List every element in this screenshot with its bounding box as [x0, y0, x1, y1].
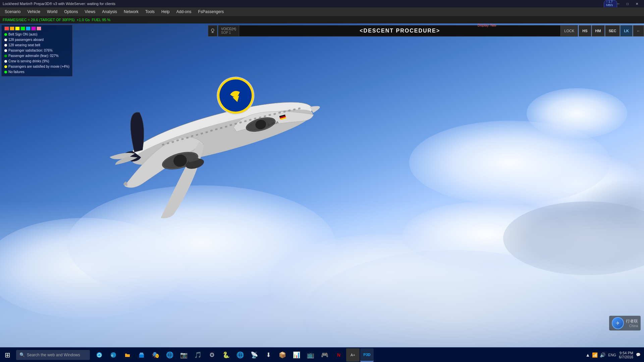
movie-row: Passengers are satisfied by movie (+4%): [4, 64, 69, 69]
taskbar-chart-icon[interactable]: 📊: [290, 348, 303, 362]
menu-analysis[interactable]: Analysis: [99, 9, 120, 15]
taskbar-store-icon[interactable]: [135, 348, 148, 362]
menu-world[interactable]: World: [44, 9, 61, 15]
atc-panel: VOICE(H) SOP 1 <DESCENT PROCEDURE> LOCK …: [208, 25, 644, 37]
language-indicator[interactable]: ENG: [608, 353, 616, 357]
svg-rect-52: [139, 355, 144, 358]
search-bar[interactable]: 🔍: [16, 350, 90, 360]
menu-addons[interactable]: Add-ons: [173, 9, 195, 15]
taskbar-media-icon[interactable]: 🎵: [191, 348, 205, 362]
taskbar-edge-icon[interactable]: [93, 348, 106, 362]
atc-voice-label: VOICE(H) SOP 1: [218, 25, 239, 36]
taskbar-pkg-icon[interactable]: 📦: [276, 348, 289, 362]
menu-vehicle[interactable]: Vehicle: [24, 9, 44, 15]
atc-mic-icon: [208, 25, 217, 37]
svg-point-46: [211, 29, 214, 32]
taskbar-download-icon[interactable]: ⬇: [262, 348, 275, 362]
taskbar-text-icon[interactable]: A+: [346, 348, 360, 362]
search-icon: 🔍: [19, 352, 25, 357]
taskbar-game-icon[interactable]: 🎮: [318, 348, 331, 362]
start-button[interactable]: ⊞: [0, 348, 15, 362]
menu-help[interactable]: Help: [158, 9, 173, 15]
taskbar-tv-icon[interactable]: 📺: [304, 348, 317, 362]
taskbar-ie-icon[interactable]: e: [107, 348, 120, 362]
atc-button-group: HS HM SEC LK ←: [579, 25, 644, 37]
taskbar-n-icon[interactable]: N: [332, 348, 345, 362]
taskbar-camera-icon[interactable]: 📷: [177, 348, 191, 362]
panel-toolbar: [4, 26, 69, 31]
svg-rect-48: [211, 33, 214, 33]
atc-btn-sec[interactable]: SEC: [605, 25, 620, 37]
menu-scenario[interactable]: Scenario: [1, 9, 24, 15]
taskbar-radio-icon[interactable]: 📡: [248, 348, 261, 362]
failures-row: No failures: [4, 69, 69, 75]
display-overlay: Display: Nav: [478, 23, 496, 27]
atc-btn-back[interactable]: ←: [633, 25, 644, 37]
atc-procedure-text: <DESCENT PROCEDURE>: [239, 28, 560, 34]
cloud-8: [527, 88, 627, 138]
satisfaction-row: Passenger satisfaction: 076%: [4, 48, 69, 53]
main-viewport: D-ABUA Belt Sign ON (auto) 128 passenger…: [0, 23, 644, 347]
taskbar-python-icon[interactable]: 🐍: [219, 348, 233, 362]
info-panel: Belt Sign ON (auto) 128 passengers aboar…: [1, 25, 72, 76]
window-title: Lockheed Martin® Prepar3D® v3 with WideS…: [3, 2, 115, 6]
title-bar: Lockheed Martin® Prepar3D® v3 with WideS…: [0, 0, 644, 7]
seatbelt-row: 128 wearing seat belt: [4, 43, 69, 48]
svg-text:e: e: [111, 354, 113, 357]
menu-options[interactable]: Options: [61, 9, 81, 15]
atc-main-display: VOICE(H) SOP 1 <DESCENT PROCEDURE> LOCK: [218, 25, 578, 37]
close-button[interactable]: ✕: [633, 1, 641, 6]
notification-icon[interactable]: 💬: [636, 353, 641, 357]
menu-bar: Scenario Vehicle World Options Views Ana…: [0, 7, 644, 16]
atc-btn-lk[interactable]: LK: [620, 25, 633, 37]
upload-speed: ↑ 1.7 MB/s: [606, 1, 615, 6]
atc-btn-hm[interactable]: HM: [592, 25, 605, 37]
taskbar-p3d-icon[interactable]: P3D: [360, 348, 374, 362]
menu-fspassengers[interactable]: FsPassengers: [195, 9, 227, 15]
cn-watermark: ✈ 行者联 China: [609, 316, 641, 330]
search-input[interactable]: [27, 353, 84, 357]
toolbar-btn-green[interactable]: [20, 26, 25, 31]
atc-btn-hs[interactable]: HS: [579, 25, 591, 37]
maximize-button[interactable]: □: [623, 1, 632, 6]
toolbar-btn-pink[interactable]: [37, 26, 41, 31]
system-tray: ▲ 📶 🔊 ENG 9:54 PM 6/7/2016 💬: [582, 351, 644, 359]
tray-volume-icon[interactable]: 🔊: [600, 352, 605, 358]
taskbar-folder-icon[interactable]: [121, 348, 134, 362]
toolbar-btn-red[interactable]: [4, 26, 9, 31]
tray-network-icon[interactable]: 📶: [592, 352, 598, 358]
toolbar-btn-yellow[interactable]: [15, 26, 20, 31]
toolbar-btn-purple[interactable]: [31, 26, 36, 31]
taskbar-net-icon[interactable]: 🌐: [233, 348, 247, 362]
lower-clouds: [0, 201, 644, 347]
taskbar-apps-icon[interactable]: 🎭: [149, 348, 162, 362]
taskbar-settings-icon[interactable]: ⚙: [205, 348, 219, 362]
window-controls: ↑ 1.7 MB/s 320KB/s ─ □ ✕: [614, 1, 641, 6]
menu-tools[interactable]: Tools: [142, 9, 158, 15]
belt-sign-row: Belt Sign ON (auto): [4, 32, 69, 37]
toolbar-btn-orange[interactable]: [10, 26, 14, 31]
taskbar-icon-group: e 🎭 🌐 📷 🎵 ⚙ 🐍 🌐 📡 ⬇ 📦 📊 📺 🎮 N A+ P3D: [91, 348, 582, 362]
tray-icons: ▲ 📶 🔊: [585, 352, 605, 358]
toolbar-btn-blue[interactable]: [26, 26, 31, 31]
passengers-row: 128 passengers aboard: [4, 37, 69, 43]
menu-views[interactable]: Views: [82, 9, 99, 15]
system-clock[interactable]: 9:54 PM 6/7/2016: [619, 351, 633, 359]
menu-network[interactable]: Network: [120, 9, 142, 15]
atc-lock-button[interactable]: LOCK: [560, 25, 578, 36]
cn-logo: ✈: [612, 317, 624, 329]
drinks-row: Crew is serving drinks (9%): [4, 59, 69, 64]
status-bar: FRAMES/SEC = 29.6 (TARGET OF 30FPS) +1.0…: [0, 16, 644, 23]
frames-status: FRAMES/SEC = 29.6 (TARGET OF 30FPS) +1.0…: [3, 18, 110, 22]
taskbar: ⊞ 🔍 e 🎭 🌐 📷 🎵 ⚙ 🐍 🌐 📡 ⬇ 📦 📊 📺 🎮 N A+ P3: [0, 347, 644, 362]
tray-expand-icon[interactable]: ▲: [585, 352, 590, 358]
taskbar-browser2-icon[interactable]: 🌐: [163, 348, 176, 362]
adrenalin-row: Passenger adrenalin (fear): 027%: [4, 53, 69, 59]
